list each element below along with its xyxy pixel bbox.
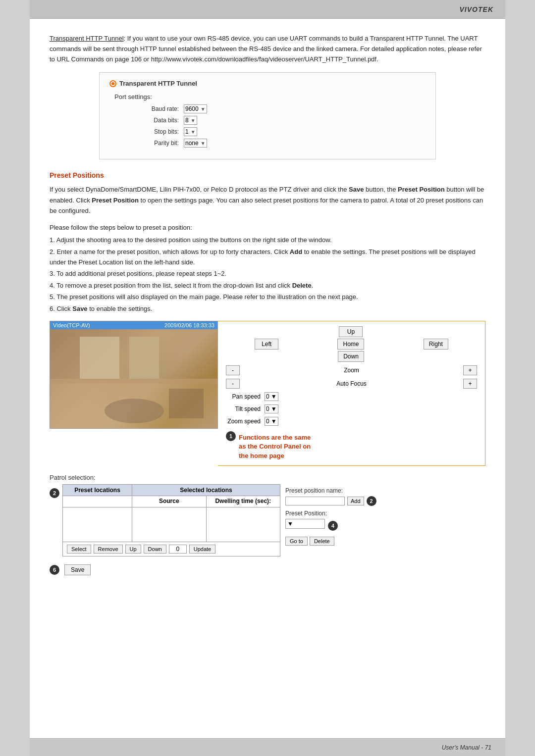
steps-intro: Please follow the steps below to preset … — [50, 222, 485, 314]
intro-paragraph: Transparent HTTP Tunnel: If you want to … — [50, 34, 485, 64]
tilt-speed-select[interactable]: 0 ▼ — [265, 404, 278, 413]
main-interface: Video(TCP-AV) 2009/02/06 18:33:33 — [50, 321, 485, 466]
tunnel-title-row: Transparent HTTP Tunnel — [109, 80, 426, 87]
patrol-subheader: Source Dwelling time (sec): — [63, 496, 280, 507]
patrol-footer: Select Remove Up Down Update — [63, 542, 280, 556]
parity-bit-select[interactable]: none ▼ — [184, 139, 207, 148]
dwell-col-header: Dwelling time (sec): — [207, 496, 280, 507]
save-button[interactable]: Save — [64, 564, 91, 575]
baud-rate-arrow-icon: ▼ — [201, 106, 206, 112]
patrol-up-button[interactable]: Up — [125, 545, 141, 554]
baud-rate-select[interactable]: 9600 ▼ — [184, 104, 207, 113]
af-plus-button[interactable]: + — [463, 379, 477, 389]
tilt-speed-value: 0 — [266, 405, 269, 412]
step-3: 3. To add additional preset positions, p… — [50, 268, 485, 279]
badge-4: 4 — [328, 521, 338, 531]
tunnel-link: Transparent HTTP Tunnel — [50, 35, 124, 42]
parity-bit-value: none — [185, 140, 199, 147]
patrol-table: Preset locations Selected locations Sour… — [62, 484, 280, 556]
functions-line3: the home page — [239, 452, 284, 459]
video-title: Video(TCP-AV) — [53, 322, 90, 328]
data-bits-arrow-icon: ▼ — [191, 118, 196, 123]
delete-button[interactable]: Delete — [310, 537, 334, 546]
baud-rate-value: 9600 — [185, 105, 199, 112]
stop-bits-value: 1 — [185, 128, 189, 135]
zoom-speed-select[interactable]: 0 ▼ — [265, 417, 278, 426]
down-button[interactable]: Down — [338, 351, 364, 362]
patrol-body-left[interactable] — [63, 507, 132, 542]
step-4: 4. To remove a preset position from the … — [50, 280, 485, 291]
left-button[interactable]: Left — [255, 339, 278, 350]
preset-pos-label: Preset Position: — [285, 510, 481, 517]
zoom-speed-value: 0 — [266, 418, 269, 425]
patrol-sub-blank — [63, 496, 132, 507]
radio-selected-icon[interactable] — [109, 80, 116, 87]
autofocus-row: - Auto Focus + — [226, 379, 477, 389]
tunnel-title-label: Transparent HTTP Tunnel — [119, 80, 197, 87]
badge-2: 2 — [50, 488, 59, 498]
patrol-body-source[interactable] — [132, 507, 207, 542]
add-button[interactable]: Add — [347, 497, 364, 505]
parity-bit-row: Parity bit: none ▼ — [139, 139, 426, 148]
port-settings-label: Port settings: — [114, 93, 426, 101]
remove-button[interactable]: Remove — [94, 545, 123, 554]
patrol-table-header: Preset locations Selected locations — [63, 485, 280, 496]
svg-point-4 — [105, 399, 164, 423]
zoom-speed-row: Zoom speed 0 ▼ — [226, 417, 477, 426]
data-bits-select[interactable]: 8 ▼ — [184, 116, 197, 125]
home-button[interactable]: Home — [337, 339, 364, 350]
header-bar: VIVOTEK — [30, 0, 505, 19]
data-bits-label: Data bits: — [139, 117, 179, 124]
select-button[interactable]: Select — [67, 545, 91, 554]
video-content — [50, 329, 217, 428]
goto-button[interactable]: Go to — [285, 537, 308, 546]
parity-bit-label: Parity bit: — [139, 140, 179, 147]
video-titlebar: Video(TCP-AV) 2009/02/06 18:33:33 — [50, 321, 217, 329]
preset-name-label: Preset position name: — [285, 487, 481, 494]
main-content: Transparent HTTP Tunnel: If you want to … — [30, 19, 505, 595]
zoom-plus-button[interactable]: + — [463, 365, 477, 375]
autofocus-label: Auto Focus — [243, 380, 460, 387]
parity-bit-arrow-icon: ▼ — [201, 141, 206, 146]
zoom-speed-label: Zoom speed — [226, 418, 261, 425]
tilt-speed-row: Tilt speed 0 ▼ — [226, 404, 477, 413]
pan-speed-select[interactable]: 0 ▼ — [265, 392, 278, 401]
preset-positions-title: Preset Positions — [50, 171, 485, 179]
af-minus-button[interactable]: - — [226, 379, 240, 389]
zoom-speed-arrow-icon: ▼ — [271, 418, 277, 425]
stop-bits-arrow-icon: ▼ — [191, 129, 196, 135]
right-button[interactable]: Right — [424, 339, 448, 350]
badge-6: 6 — [50, 565, 59, 575]
patrol-body — [63, 507, 280, 542]
pan-speed-row: Pan speed 0 ▼ — [226, 392, 477, 401]
patrol-label: Patrol selection: — [50, 474, 485, 481]
baud-rate-row: Baud rate: 9600 ▼ — [139, 104, 426, 113]
footer-text: User's Manual - 71 — [442, 744, 491, 751]
source-col-header: Source — [132, 496, 207, 507]
svg-rect-2 — [80, 337, 119, 379]
zoom-minus-button[interactable]: - — [226, 365, 240, 375]
preset-name-input[interactable] — [285, 497, 345, 505]
functions-note: Functions are the same as the Control Pa… — [239, 433, 311, 460]
step-5: 5. The preset positions will also displa… — [50, 292, 485, 302]
preset-positions-body: If you select DynaDome/SmartDOME, Lilin … — [50, 184, 485, 216]
pan-speed-arrow-icon: ▼ — [271, 393, 277, 400]
tunnel-config-box: Transparent HTTP Tunnel Port settings: B… — [99, 72, 436, 159]
step-6: 6. Click Save to enable the settings. — [50, 303, 485, 314]
stop-bits-select[interactable]: 1 ▼ — [184, 127, 197, 136]
video-pane: Video(TCP-AV) 2009/02/06 18:33:33 — [50, 321, 218, 429]
update-input[interactable] — [169, 545, 187, 554]
preset-pos-select[interactable]: ▼ — [285, 519, 325, 529]
up-button[interactable]: Up — [339, 326, 363, 337]
patrol-down-button[interactable]: Down — [144, 545, 166, 554]
steps-intro-text: Please follow the steps below to preset … — [50, 224, 192, 231]
brand-label: VIVOTEK — [460, 5, 493, 13]
control-pane: Up Left Home Right Down - Zoom + — [218, 321, 485, 466]
tilt-speed-arrow-icon: ▼ — [271, 405, 277, 412]
update-button[interactable]: Update — [189, 545, 215, 554]
preset-pos-arrow-icon: ▼ — [287, 520, 293, 527]
page: VIVOTEK Transparent HTTP Tunnel: If you … — [30, 0, 505, 756]
step-2: 2. Enter a name for the preset position,… — [50, 247, 485, 268]
dpad: Up Left Home Right Down — [226, 326, 477, 362]
patrol-body-dwell[interactable] — [207, 507, 280, 542]
